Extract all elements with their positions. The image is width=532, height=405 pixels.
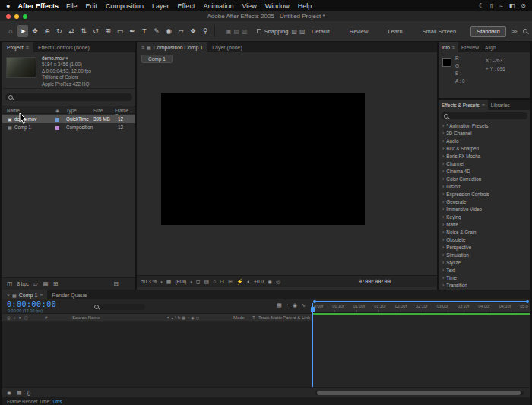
adjustment-layer-icon[interactable]: ◉	[191, 315, 194, 320]
tab-preview[interactable]: Preview	[458, 42, 482, 52]
effects-category[interactable]: ›Time	[439, 274, 530, 281]
effects-category[interactable]: ›Cinema 4D	[439, 167, 530, 175]
effects-category[interactable]: ›Generate	[439, 198, 530, 205]
effects-category[interactable]: ›Color Correction	[439, 175, 530, 182]
composition-mini-flowchart-icon[interactable]: ▦	[277, 302, 282, 308]
menu-item[interactable]: File	[66, 2, 78, 10]
layer-list-empty-area[interactable]	[2, 322, 312, 387]
tab-timeline-comp[interactable]: × ▦ Comp 1 ≡	[2, 290, 47, 300]
time-ruler[interactable]: 0:00f00:10f01:00f01:10f02:00f02:10f03:00…	[312, 303, 530, 313]
timeline-track-area[interactable]	[312, 315, 530, 387]
grid-and-guides-icon[interactable]: ▦	[166, 279, 172, 285]
shape-tool[interactable]: ▭	[115, 25, 125, 37]
brush-tool[interactable]: ✎	[151, 25, 162, 37]
workspace-review[interactable]: Review	[344, 27, 374, 36]
effects-category[interactable]: ›Stylize	[439, 258, 530, 266]
selection-tool[interactable]: ➤	[17, 25, 28, 37]
menu-item[interactable]: Effect	[178, 2, 195, 10]
puppet-pin-tool[interactable]: ⚲	[200, 25, 211, 37]
tab-effect-controls[interactable]: Effect Controls (none)	[33, 42, 94, 52]
orbit-tool[interactable]: ↻	[54, 25, 65, 37]
workspace-small-screen[interactable]: Small Screen	[417, 27, 462, 36]
frame-blend-icon[interactable]: ▦	[182, 315, 186, 320]
toggle-mask-visibility-icon[interactable]: ○	[213, 279, 216, 285]
video-switch-icon[interactable]: ◎	[7, 315, 11, 320]
tab-render-queue[interactable]: Render Queue	[47, 290, 91, 300]
menu-item[interactable]: View	[242, 2, 256, 10]
panel-menu-icon[interactable]: ≡	[26, 45, 29, 50]
fast-previews-icon[interactable]: ⚡	[236, 279, 243, 285]
composition-viewport[interactable]	[161, 93, 365, 225]
column-label-icon[interactable]: ◈	[55, 108, 59, 113]
audio-switch-icon[interactable]: ♪	[14, 315, 16, 320]
panel-menu-icon[interactable]: ≡	[141, 45, 144, 50]
panel-menu-icon[interactable]: ≡	[482, 103, 485, 108]
clone-stamp-tool[interactable]: ◉	[163, 25, 174, 37]
column-source-name[interactable]: Source Name	[72, 315, 100, 320]
effects-category[interactable]: ›Channel	[439, 160, 530, 167]
effects-category[interactable]: ›Matte	[439, 220, 530, 228]
solo-switch-icon[interactable]: ●	[19, 315, 21, 320]
graph-editor-icon[interactable]: ∿	[301, 302, 306, 308]
workspace-default[interactable]: Default	[306, 27, 335, 36]
roto-brush-tool[interactable]: ❖	[188, 25, 198, 37]
timeline-horizontal-scrollbar[interactable]	[315, 391, 524, 395]
panel-menu-icon[interactable]: ≡	[452, 45, 455, 50]
project-search-input[interactable]	[5, 93, 132, 101]
effects-category[interactable]: ›Simulation	[439, 251, 530, 258]
pixel-aspect-correction-icon[interactable]: ⊡	[220, 279, 224, 285]
3d-layer-icon[interactable]: ◻	[196, 315, 199, 320]
effects-category[interactable]: ›Noise & Grain	[439, 228, 530, 236]
effects-category[interactable]: ›* Animation Presets	[439, 122, 530, 129]
take-snapshot-icon[interactable]: ◉	[268, 279, 272, 285]
wifi-icon[interactable]: ≈	[499, 2, 502, 9]
home-tool[interactable]: ⌂	[5, 25, 16, 37]
timeline-search-input[interactable]	[92, 304, 145, 310]
effects-category[interactable]: ›Obsolete	[439, 236, 530, 243]
effects-category[interactable]: ›3D Channel	[439, 129, 530, 137]
effects-category[interactable]: ›Distort	[439, 182, 530, 190]
adjust-exposure-icon[interactable]: ◐	[247, 279, 250, 284]
resolution-dropdown[interactable]: (Full)	[175, 279, 186, 284]
new-composition-icon[interactable]: ▦	[43, 280, 49, 287]
close-icon[interactable]: ×	[7, 293, 10, 298]
snapping-checkbox[interactable]	[257, 29, 261, 33]
pan-behind-tool[interactable]: ⊞	[103, 25, 113, 37]
select-view-layout-icon[interactable]: ⊞	[228, 279, 233, 285]
workspace-overflow-icon[interactable]: ≫	[511, 28, 518, 35]
app-menu-title[interactable]: After Effects	[17, 2, 59, 10]
exposure-value[interactable]: +0.0	[254, 279, 264, 284]
column-mode[interactable]: Mode	[233, 315, 245, 320]
new-folder-icon[interactable]: ▱	[33, 280, 38, 287]
tab-libraries[interactable]: Libraries	[488, 100, 513, 110]
hand-tool[interactable]: ✥	[30, 25, 40, 37]
effects-category[interactable]: ›Perspective	[439, 243, 530, 251]
tab-project[interactable]: Project ≡	[2, 42, 33, 52]
menu-item[interactable]: Composition	[106, 2, 144, 10]
menu-item[interactable]: Help	[298, 2, 312, 10]
workspace-standard[interactable]: Standard	[470, 26, 505, 37]
workspace-learn[interactable]: Learn	[382, 27, 407, 36]
interpret-footage-icon[interactable]: ◫	[7, 280, 13, 287]
menu-item[interactable]: Edit	[85, 2, 97, 10]
time-navigator-track[interactable]	[314, 301, 528, 302]
time-navigator-bar[interactable]	[314, 300, 528, 302]
effects-category[interactable]: ›Transition	[439, 281, 530, 289]
expand-layer-switches-icon[interactable]: ◉	[7, 390, 11, 396]
current-time-display[interactable]: 0:00:00:00	[7, 300, 56, 308]
pen-tool[interactable]: ✒	[127, 25, 138, 37]
project-bit-depth[interactable]: 8 bpc	[17, 281, 29, 286]
effects-category[interactable]: ›Audio	[439, 137, 530, 144]
column-type[interactable]: Type	[66, 108, 77, 113]
column-track-matte[interactable]: Track Matte	[258, 315, 282, 320]
effects-category[interactable]: ›Boris FX Mocha	[439, 152, 530, 160]
effects-category[interactable]: ›Keying	[439, 213, 530, 220]
view-axis-icon[interactable]: ▥	[242, 28, 248, 35]
motion-blur-master-icon[interactable]: ◉	[293, 302, 297, 308]
effects-category[interactable]: ›Text	[439, 266, 530, 274]
label-color-swatch[interactable]	[55, 118, 59, 122]
footage-thumbnail[interactable]	[6, 57, 36, 78]
region-of-interest-icon[interactable]: ◻	[196, 279, 201, 285]
panel-menu-icon[interactable]: ≡	[40, 293, 43, 298]
snap-to-guides-icon[interactable]: ▨	[299, 28, 306, 35]
